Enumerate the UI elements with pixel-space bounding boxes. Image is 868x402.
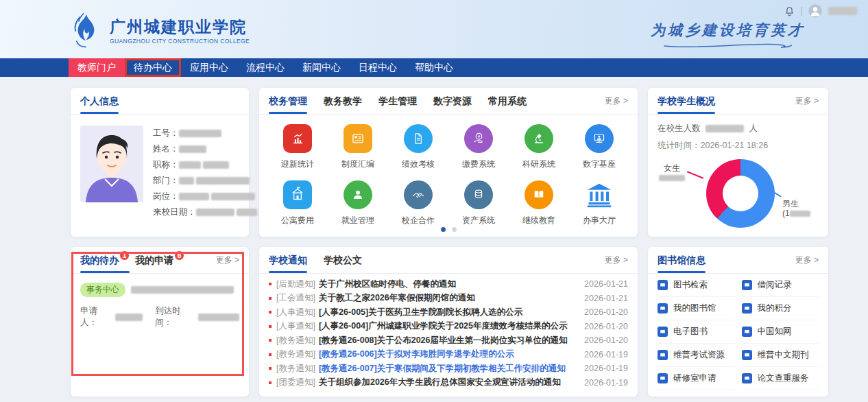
profile-avatar-illustration (80, 126, 143, 202)
notices-more-link[interactable]: 更多 > (605, 255, 628, 273)
todo-category-tag: 事务中心 (80, 283, 125, 297)
svg-text:¥: ¥ (478, 134, 481, 139)
pagination-dot-2[interactable] (452, 227, 457, 232)
tab-common-systems[interactable]: 常用系统 (488, 95, 527, 114)
book-icon (658, 303, 668, 314)
bell-icon[interactable] (784, 5, 795, 17)
pagination-dot-1[interactable] (441, 227, 446, 232)
app-freshman-stats[interactable]: 迎新统计 (267, 124, 328, 170)
college-name-en: GUANGZHOU CITY CONSTRUCTION COLLEGE (110, 38, 250, 45)
library-link-my-points[interactable]: 我的积分 (742, 297, 819, 320)
field-department: 部门： (153, 173, 257, 189)
coins-icon (464, 180, 493, 209)
nav-item-teacher-portal[interactable]: 教师门户 (69, 58, 125, 77)
teacher-portal-page: 广州城建职业学院 GUANGZHOU CITY CONSTRUCTION COL… (0, 0, 868, 402)
app-regulations[interactable]: 制度汇编 (328, 124, 388, 170)
apps-pagination (259, 227, 638, 232)
library-link-study-room[interactable]: 研修室申请 (658, 367, 735, 390)
panel-student-overview: 学校学生概况 更多 > 在校生人数 人 统计时间：2026-01-21 18:2… (648, 88, 828, 237)
notice-row[interactable]: [教务通知][教务通26-007]关于寒假期间及下学期初教学相关工作安排的通知2… (269, 362, 628, 376)
nav-item-app-center[interactable]: 应用中心 (181, 58, 237, 77)
nav-item-todo-center[interactable]: 待办中心 (125, 58, 181, 77)
library-link-vip-journals[interactable]: 维普中文期刊 (742, 344, 819, 367)
todo-item-meta-row: 申请人： 到达时间： (80, 305, 239, 329)
app-digital-base[interactable]: 数字基座 (569, 124, 629, 170)
library-link-ebooks[interactable]: 电子图书 (658, 320, 735, 344)
app-payment-system[interactable]: ¥ 缴费系统 (448, 124, 509, 170)
nav-item-news-center[interactable]: 新闻中心 (293, 58, 350, 77)
college-logo: 广州城建职业学院 GUANGZHOU CITY CONSTRUCTION COL… (69, 12, 250, 49)
bullet-icon (269, 311, 272, 314)
open-book-icon (525, 180, 553, 209)
library-link-book-search[interactable]: 图书检索 (658, 274, 735, 297)
tab-student-mgmt[interactable]: 学生管理 (378, 95, 417, 114)
bullet-icon (269, 283, 272, 285)
notice-row[interactable]: [团委通知]关于组织参加2026年大学生践行总体国家安全观宣讲活动的通知2026… (269, 376, 628, 390)
college-name: 广州城建职业学院 (110, 18, 250, 36)
notice-row[interactable]: [教务通知][教务通26-006]关于拟对李玮胜同学退学处理的公示2026-01… (269, 348, 628, 362)
microscope-icon (525, 124, 553, 153)
library-links: 图书检索 借阅记录 我的图书馆 我的积分 电子图书 中国知网 维普考试资源 维普… (648, 274, 828, 390)
building-icon (283, 180, 312, 209)
tab-my-todo[interactable]: 我的待办1 (80, 255, 130, 273)
student-overview-header: 学校学生概况 更多 > (648, 88, 828, 115)
tab-digital-resources[interactable]: 数字资源 (433, 95, 472, 114)
bullet-icon (269, 339, 272, 342)
apps-more-link[interactable]: 更多 > (605, 95, 628, 114)
tab-teaching[interactable]: 教务教学 (324, 95, 362, 114)
library-link-borrow-records[interactable]: 借阅记录 (742, 274, 819, 297)
library-link-plagiarism-check[interactable]: 论文查重服务 (742, 367, 819, 390)
tab-my-applications[interactable]: 我的申请8 (135, 255, 184, 273)
school-slogan: 为城乡建设培育英才 (651, 21, 805, 49)
students-more-link[interactable]: 更多 > (795, 95, 819, 114)
library-link-vip-exam[interactable]: 维普考试资源 (658, 344, 735, 367)
field-arrival-date: 来校日期： (153, 204, 257, 220)
tab-school-documents[interactable]: 学校公文 (324, 255, 362, 273)
main-nav: 教师门户 待办中心 应用中心 流程中心 新闻中心 日程中心 帮助中心 (0, 58, 868, 77)
library-header: 图书馆信息 更多 > (648, 247, 828, 274)
field-name: 姓名： (153, 141, 257, 157)
personal-info-header: 个人信息 (71, 88, 249, 115)
notice-row[interactable]: [人事通知][人事26-005]关于医药卫生学院副院长拟聘人选的公示2026-0… (269, 305, 628, 320)
tab-school-notices[interactable]: 学校通知 (269, 255, 307, 273)
todo-list-item[interactable]: 事务中心 申请人： 到达时间： (71, 274, 249, 329)
panel-title: 个人信息 (80, 95, 119, 114)
app-research-system[interactable]: 科研系统 (509, 124, 569, 170)
monitor-icon (585, 124, 614, 153)
app-employment-mgmt[interactable]: 就业管理 (328, 180, 388, 226)
notice-row[interactable]: [人事通知][人事26-004]广州城建职业学院关于2025年度绩效考核结果的公… (269, 320, 628, 334)
library-more-link[interactable]: 更多 > (795, 255, 819, 273)
user-avatar[interactable] (808, 4, 822, 18)
book-icon (658, 280, 668, 290)
notice-row[interactable]: [教务通知][教务通26-008]关于公布2026届毕业生第一批岗位实习单位的通… (269, 333, 628, 348)
bullet-icon (269, 353, 272, 356)
notice-list: [后勤通知]关于广州校区临时停电、停餐的通知2026-01-21 [工会通知]关… (259, 274, 638, 390)
person-icon (343, 180, 372, 209)
notices-tabs: 学校通知 学校公文 更多 > (259, 247, 638, 274)
panel-title: 图书馆信息 (658, 255, 706, 273)
dashboard-grid: 个人信息 (0, 77, 868, 397)
library-link-my-library[interactable]: 我的图书馆 (658, 297, 735, 320)
tab-school-affairs[interactable]: 校务管理 (269, 95, 307, 114)
notice-row[interactable]: [工会通知]关于教工之家2026年寒假假期闭馆的通知2026-01-21 (269, 292, 628, 306)
book-icon (742, 327, 752, 337)
app-asset-system[interactable]: 资产系统 (448, 180, 509, 226)
todo-more-link[interactable]: 更多 > (216, 255, 239, 273)
app-service-hall[interactable]: 办事大厅 (569, 180, 629, 226)
handshake-icon (404, 180, 433, 209)
document-icon (343, 124, 372, 153)
library-link-cnki[interactable]: 中国知网 (742, 320, 819, 344)
app-performance-review[interactable]: 绩效考核 (388, 124, 448, 170)
app-continuing-education[interactable]: 继续教育 (509, 180, 569, 226)
notice-row[interactable]: [后勤通知]关于广州校区临时停电、停餐的通知2026-01-21 (269, 277, 628, 292)
nav-item-process-center[interactable]: 流程中心 (237, 58, 293, 77)
profile-photo (80, 126, 143, 202)
panel-applications: 校务管理 教务教学 学生管理 数字资源 常用系统 更多 > 迎新统计 (259, 88, 638, 237)
nav-item-help-center[interactable]: 帮助中心 (406, 58, 462, 77)
app-dorm-fees[interactable]: 公寓费用 (267, 180, 328, 226)
page-header: 广州城建职业学院 GUANGZHOU CITY CONSTRUCTION COL… (0, 0, 868, 58)
app-school-enterprise[interactable]: 校企合作 (388, 180, 448, 226)
nav-item-schedule-center[interactable]: 日程中心 (350, 58, 406, 77)
todo-item-title-row: 事务中心 (80, 283, 239, 297)
header-toolbar (784, 4, 857, 18)
